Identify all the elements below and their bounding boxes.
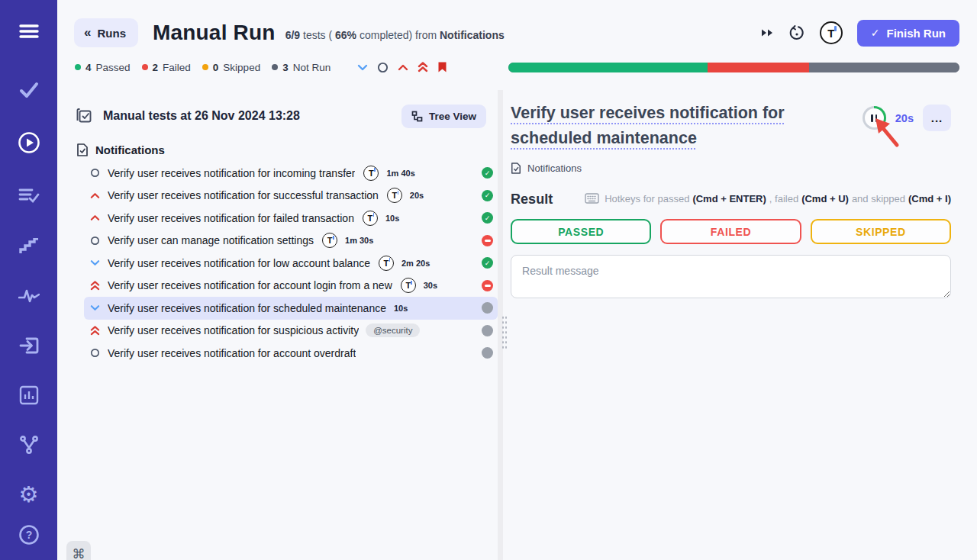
priority-low-icon: [90, 259, 101, 266]
failed-button[interactable]: FAILED: [660, 219, 801, 244]
failed-count-value: 2: [153, 62, 159, 73]
run-progress-bar: [508, 63, 959, 72]
hotkeys-mid2: and skipped: [852, 193, 905, 204]
test-duration: 1m 30s: [345, 236, 373, 245]
pause-icon: [865, 108, 884, 127]
notrun-dot-icon: [272, 64, 278, 70]
result-message-input[interactable]: [511, 255, 951, 298]
run-checklist-icon: [76, 108, 93, 124]
panel-resize-divider[interactable]: [498, 90, 503, 560]
reports-chart-icon[interactable]: [16, 382, 42, 408]
priority-bookmark-icon[interactable]: [437, 61, 447, 73]
keyboard-shortcuts-button[interactable]: ⌘: [66, 541, 91, 560]
completed-label: completed) from: [356, 29, 440, 41]
test-status-icon[interactable]: [482, 167, 493, 179]
header-actions: T ✓ Finish Run: [761, 20, 959, 47]
hotkeys-hint: Hotkeys for passed (Cmd + ENTER) , faile…: [585, 193, 951, 204]
result-buttons: PASSED FAILED SKIPPED: [511, 219, 951, 244]
breadcrumb-file-icon: [511, 162, 521, 175]
automated-test-logo-icon: T: [401, 278, 416, 293]
tree-view-label: Tree View: [429, 111, 476, 122]
test-row[interactable]: Verify user receives notification for sc…: [84, 297, 498, 320]
test-row[interactable]: Verify user receives notification for in…: [84, 162, 498, 185]
timer-icon[interactable]: [788, 24, 805, 41]
test-row[interactable]: Verify user receives notification for su…: [84, 320, 498, 343]
activity-pulse-icon[interactable]: [16, 283, 42, 309]
passed-dot-icon: [75, 64, 81, 70]
test-row[interactable]: Verify user can manage notification sett…: [84, 230, 498, 253]
priority-normal-icon: [90, 168, 101, 178]
menu-icon[interactable]: [16, 18, 42, 44]
tree-view-icon: [411, 111, 423, 122]
keyboard-icon: [585, 193, 599, 204]
test-row[interactable]: Verify user receives notification for ac…: [84, 275, 498, 298]
test-title: Verify user receives notification for ac…: [108, 279, 392, 291]
progress-failed-segment: [708, 63, 809, 72]
failed-dot-icon: [142, 64, 148, 70]
test-status-icon[interactable]: [482, 325, 493, 336]
tests-check-icon[interactable]: [16, 77, 42, 103]
passed-button[interactable]: PASSED: [511, 219, 651, 244]
test-status-icon[interactable]: [482, 190, 493, 201]
priority-low-icon[interactable]: [357, 64, 368, 71]
svg-text:?: ?: [25, 529, 32, 541]
back-to-runs-button[interactable]: « Runs: [74, 18, 138, 47]
branch-icon[interactable]: [16, 432, 42, 458]
test-title: Verify user receives notification for ac…: [108, 347, 356, 359]
test-status-icon[interactable]: [482, 212, 493, 224]
automated-test-logo-icon: T: [322, 233, 337, 248]
test-title: Verify user receives notification for fa…: [108, 212, 354, 224]
detail-breadcrumb[interactable]: Notifications: [511, 162, 951, 175]
notrun-count-label: Not Run: [293, 62, 331, 73]
test-status-icon[interactable]: [482, 347, 493, 359]
skipped-button[interactable]: SKIPPED: [811, 219, 951, 244]
test-row[interactable]: Verify user receives notification for fa…: [84, 207, 498, 230]
run-header: Manual tests at 26 Nov 2024 13:28 Tree V…: [76, 101, 498, 131]
subtitle-source: Notifications: [440, 29, 505, 41]
breadcrumb-label: Notifications: [527, 163, 582, 174]
test-plans-icon[interactable]: [16, 182, 42, 208]
fast-forward-icon[interactable]: [761, 28, 774, 37]
priority-normal-icon[interactable]: [377, 62, 389, 73]
priority-highest-icon[interactable]: [418, 62, 428, 72]
test-tag-badge: @security: [366, 323, 420, 337]
test-duration: 20s: [410, 191, 424, 200]
header-logo-icon[interactable]: T: [820, 21, 843, 44]
test-duration: 2m 20s: [401, 259, 430, 268]
test-status-icon[interactable]: [482, 257, 493, 269]
test-status-icon[interactable]: [482, 302, 493, 314]
timer-value: 20s: [895, 112, 914, 124]
priority-low-icon: [90, 304, 101, 311]
runs-play-icon[interactable]: [16, 130, 42, 156]
test-status-icon[interactable]: [482, 280, 493, 291]
suite-group-row[interactable]: Notifications: [76, 143, 498, 157]
test-row[interactable]: Verify user receives notification for ac…: [84, 342, 498, 365]
skipped-count-label: Skipped: [223, 62, 260, 73]
hotkey-failed: (Cmd + U): [801, 193, 849, 204]
passed-count: 4Passed: [75, 62, 131, 73]
test-status-icon[interactable]: [482, 235, 493, 246]
test-row[interactable]: Verify user receives notification for lo…: [84, 252, 498, 275]
notrun-count: 3Not Run: [272, 62, 331, 73]
notrun-count-value: 3: [282, 62, 289, 73]
test-title: Verify user receives notification for sc…: [108, 302, 386, 314]
tree-view-button[interactable]: Tree View: [401, 105, 486, 128]
test-row[interactable]: Verify user receives notification for su…: [84, 185, 498, 208]
test-title: Verify user receives notification for lo…: [108, 257, 370, 269]
finish-run-button[interactable]: ✓ Finish Run: [857, 20, 959, 47]
failed-count: 2Failed: [142, 62, 191, 73]
skipped-dot-icon: [202, 64, 208, 70]
steps-icon[interactable]: [16, 233, 42, 259]
settings-gear-icon[interactable]: ⚙: [16, 481, 42, 507]
priority-high-icon[interactable]: [398, 64, 408, 71]
automated-test-logo-icon: T: [363, 211, 378, 226]
pause-timer-button[interactable]: [863, 106, 886, 130]
import-icon[interactable]: [16, 333, 42, 359]
more-options-button[interactable]: ...: [923, 105, 951, 131]
test-list-panel: Manual tests at 26 Nov 2024 13:28 Tree V…: [57, 90, 498, 560]
suite-file-icon: [76, 143, 89, 157]
help-icon[interactable]: ?: [16, 522, 42, 548]
detail-actions: 20s ...: [863, 105, 951, 131]
passed-count-value: 4: [85, 62, 92, 73]
priority-highest-icon: [90, 281, 101, 291]
